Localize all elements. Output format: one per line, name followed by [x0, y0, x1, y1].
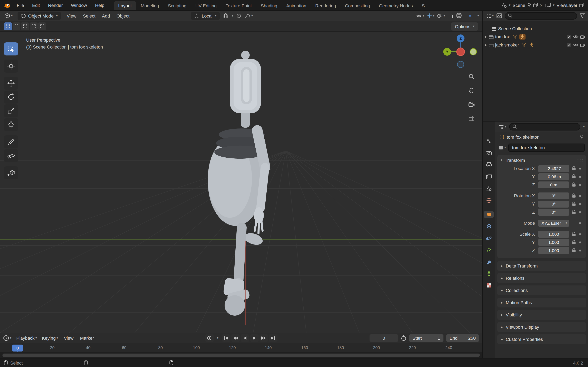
select-mode-invert-button[interactable]	[30, 22, 38, 30]
timeline-scrollbar[interactable]	[0, 352, 482, 358]
timeline-editor-dropdown[interactable]: ▾	[3, 335, 11, 341]
shading-solid-button[interactable]	[465, 15, 467, 17]
tool-transform[interactable]	[4, 118, 18, 131]
mesh-filter-icon[interactable]	[521, 42, 527, 48]
pin-icon[interactable]	[527, 3, 531, 8]
armature-icon[interactable]	[519, 34, 525, 40]
tab-layout[interactable]: Layout	[114, 1, 136, 10]
outliner-row-jack-smoker[interactable]: ▸ jack smoker	[483, 41, 588, 49]
menu-select[interactable]: Select	[82, 13, 96, 18]
tab-scripting[interactable]: S	[417, 1, 429, 10]
jump-to-end-button[interactable]	[269, 334, 277, 342]
tab-compositing[interactable]: Compositing	[340, 1, 374, 10]
new-viewlayer-icon[interactable]	[579, 3, 584, 7]
section-delta-transform[interactable]: ▸ Delta Transform	[497, 261, 586, 271]
menu-object[interactable]: Object	[116, 13, 130, 18]
tab-modeling[interactable]: Modeling	[136, 1, 163, 10]
playhead[interactable]: 0	[12, 345, 23, 351]
object-name-field[interactable]: tom fox skeleton	[508, 143, 585, 152]
blender-logo-icon[interactable]	[3, 2, 11, 8]
tool-add-cube[interactable]	[4, 166, 18, 179]
tab-particles[interactable]	[484, 247, 494, 253]
panel-grip[interactable]	[577, 159, 583, 162]
new-scene-icon[interactable]	[534, 3, 538, 7]
tab-uv-editing[interactable]: UV Editing	[191, 1, 221, 10]
jump-to-start-button[interactable]	[222, 334, 230, 342]
exclude-checkbox[interactable]	[567, 43, 571, 47]
proportional-edit-toggle[interactable]	[237, 13, 242, 18]
tab-constraints[interactable]	[484, 223, 494, 230]
pin-icon[interactable]	[580, 134, 584, 140]
armature-icon[interactable]	[528, 42, 535, 48]
properties-search-input[interactable]	[509, 123, 580, 130]
previous-keyframe-button[interactable]	[231, 334, 240, 342]
playback-menu[interactable]: Playback ▾	[16, 336, 37, 341]
pan-button[interactable]	[467, 86, 476, 95]
tab-texture-paint[interactable]: Texture Paint	[221, 1, 256, 10]
render-camera-icon[interactable]	[580, 35, 586, 39]
scale-y-field[interactable]: 1.000	[538, 239, 569, 246]
gizmo-z-negative[interactable]	[457, 61, 464, 68]
gizmos-dropdown[interactable]: ▾	[427, 13, 434, 18]
transform-panel-header[interactable]: ▾ Transform	[501, 156, 583, 164]
section-viewport-display[interactable]: ▸ Viewport Display	[497, 322, 586, 332]
tab-object-data[interactable]	[484, 270, 494, 277]
section-visibility[interactable]: ▸ Visibility	[497, 310, 586, 320]
select-mode-subtract-button[interactable]	[21, 22, 29, 30]
lock-icon[interactable]	[571, 166, 577, 171]
keying-dropdown[interactable]: ▾	[217, 336, 218, 340]
navigation-gizmo[interactable]: Z Y	[442, 33, 479, 71]
character-model[interactable]	[208, 51, 266, 316]
lock-icon[interactable]	[571, 182, 577, 187]
scale-x-field[interactable]: 1.000	[538, 231, 569, 238]
tab-world[interactable]	[484, 197, 494, 203]
animate-dot[interactable]	[577, 195, 583, 197]
auto-keying-button[interactable]	[205, 334, 214, 342]
outliner-search-input[interactable]	[505, 12, 577, 19]
menu-edit[interactable]: Edit	[28, 0, 43, 10]
shading-dropdown[interactable]: ▾	[477, 14, 479, 17]
section-custom-properties[interactable]: ▸ Custom Properties	[497, 334, 586, 344]
tool-cursor[interactable]	[4, 59, 18, 73]
select-mode-set-button[interactable]	[4, 22, 12, 30]
rotation-x-field[interactable]: 0°	[538, 192, 569, 199]
start-frame-field[interactable]: Start 1	[409, 334, 443, 342]
section-relations[interactable]: ▸ Relations	[497, 273, 586, 283]
tool-rotate[interactable]	[4, 91, 18, 104]
animate-dot[interactable]	[577, 175, 583, 178]
object-id-dropdown[interactable]: ▾	[499, 145, 506, 150]
expand-icon[interactable]: ▸	[485, 35, 487, 39]
tab-physics[interactable]	[484, 235, 494, 242]
timeline-view-menu[interactable]: View	[63, 336, 74, 341]
scrollbar-handle[interactable]	[2, 354, 480, 357]
tab-animation[interactable]: Animation	[282, 1, 311, 10]
tab-scene[interactable]	[484, 185, 494, 192]
editor-type-dropdown[interactable]: ▾	[4, 13, 13, 18]
menu-render[interactable]: Render	[44, 0, 66, 10]
camera-view-button[interactable]	[467, 100, 476, 109]
current-frame-field[interactable]: 0	[370, 334, 398, 342]
visibility-dropdown[interactable]: ▾	[416, 14, 424, 18]
tool-scale[interactable]	[4, 104, 18, 117]
shading-rendered-button[interactable]	[473, 15, 475, 17]
animate-dot[interactable]	[577, 167, 583, 169]
properties-editor-dropdown[interactable]: ▾	[499, 124, 506, 129]
tool-move[interactable]	[4, 77, 18, 90]
timeline-ruler[interactable]: 20 40 60 80 100 120 140 160 180 200 220 …	[0, 343, 482, 352]
tab-object[interactable]	[484, 211, 494, 218]
tool-measure[interactable]	[4, 149, 18, 162]
orthographic-toggle-button[interactable]	[467, 113, 476, 123]
shading-material-button[interactable]	[469, 15, 471, 17]
rotation-mode-dropdown[interactable]: XYZ Euler ▾	[538, 220, 569, 226]
menu-window[interactable]: Window	[67, 0, 91, 10]
menu-view[interactable]: View	[66, 13, 77, 18]
hide-eye-icon[interactable]	[573, 35, 579, 39]
location-y-field[interactable]: -0.06 m	[538, 173, 569, 180]
hide-eye-icon[interactable]	[573, 43, 579, 47]
timeline-marker-menu[interactable]: Marker	[79, 336, 95, 341]
falloff-dropdown[interactable]: ▾	[245, 13, 253, 18]
tab-rendering[interactable]: Rendering	[311, 1, 341, 10]
display-mode-icon[interactable]	[497, 13, 502, 18]
overlays-dropdown[interactable]: ▾	[437, 13, 445, 18]
expand-icon[interactable]: ▸	[485, 43, 487, 47]
